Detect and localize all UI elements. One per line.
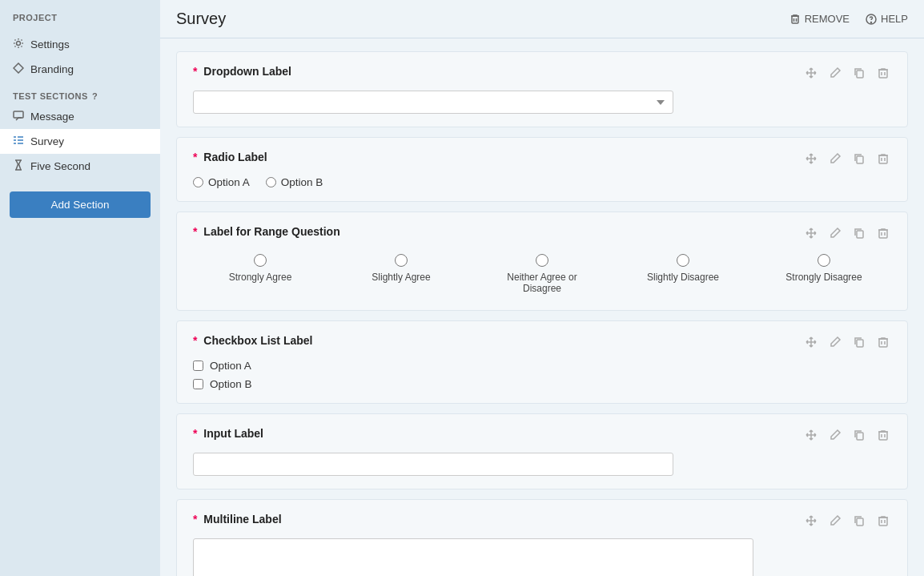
main-header: Survey REMOVE HELP — [160, 0, 924, 38]
question-checkbox-label: * Checkbox List Label — [193, 334, 313, 347]
sidebar-survey-label: Survey — [30, 135, 64, 147]
question-dropdown: * Dropdown Label — [176, 51, 908, 127]
move-button-radio[interactable] — [803, 151, 819, 167]
diamond-icon — [13, 62, 24, 76]
main-content: Survey REMOVE HELP * Dr — [160, 0, 924, 576]
svg-rect-18 — [857, 156, 863, 163]
question-dropdown-header: * Dropdown Label — [193, 65, 891, 81]
sidebar-settings-label: Settings — [30, 38, 70, 50]
test-sections-label: TEST SECTIONS — [13, 91, 88, 101]
help-button[interactable]: HELP — [866, 13, 908, 25]
range-options: Strongly Agree Slightly Agree Neither Ag… — [193, 251, 891, 297]
svg-rect-14 — [857, 70, 863, 78]
textarea-field[interactable] — [193, 538, 753, 576]
svg-rect-35 — [879, 518, 887, 526]
question-checkbox: * Checkbox List Label — [176, 320, 908, 404]
edit-button-range[interactable] — [827, 225, 843, 241]
remove-button[interactable]: REMOVE — [789, 13, 850, 25]
duplicate-button-checkbox[interactable] — [851, 334, 867, 350]
trash-icon — [789, 14, 801, 25]
question-multiline-header: * Multiline Label — [193, 513, 891, 529]
move-button-range[interactable] — [803, 225, 819, 241]
edit-button-input[interactable] — [827, 427, 843, 443]
sidebar-item-survey[interactable]: Survey — [0, 129, 160, 154]
radio-option-a[interactable]: Option A — [193, 176, 250, 188]
svg-rect-26 — [857, 340, 863, 347]
help-label: HELP — [881, 13, 908, 25]
range-label-slightly-disagree: Slightly Disagree — [647, 272, 719, 283]
radio-input-a[interactable] — [193, 177, 203, 187]
question-checkbox-actions — [803, 334, 891, 350]
svg-rect-15 — [879, 70, 887, 78]
delete-button-radio[interactable] — [875, 151, 891, 167]
range-option-strongly-disagree: Strongly Disagree — [772, 254, 876, 294]
svg-rect-30 — [857, 433, 863, 440]
question-range-actions — [803, 225, 891, 241]
info-icon[interactable]: ? — [92, 91, 98, 101]
question-radio-actions — [803, 151, 891, 167]
duplicate-button-input[interactable] — [851, 427, 867, 443]
range-radio-strongly-agree[interactable] — [254, 254, 267, 267]
sidebar-item-message[interactable]: Message — [0, 104, 160, 129]
checkbox-input-b[interactable] — [193, 379, 203, 389]
range-radio-strongly-disagree[interactable] — [818, 254, 830, 267]
radio-label-b: Option B — [281, 176, 323, 188]
header-actions: REMOVE HELP — [789, 13, 908, 25]
checkbox-option-a[interactable]: Option A — [193, 360, 891, 372]
radio-label-a: Option A — [208, 176, 250, 188]
message-icon — [13, 110, 24, 123]
required-marker-input: * — [193, 427, 197, 440]
delete-button-range[interactable] — [875, 225, 891, 241]
edit-button-dropdown[interactable] — [827, 65, 843, 81]
move-button-dropdown[interactable] — [803, 65, 819, 81]
sidebar-message-label: Message — [30, 111, 74, 123]
question-multiline-actions — [803, 513, 891, 529]
page-title: Survey — [176, 10, 226, 28]
range-radio-slightly-agree[interactable] — [395, 254, 408, 267]
range-radio-neither[interactable] — [536, 254, 548, 267]
question-multiline: * Multiline Label — [176, 499, 908, 576]
add-section-button[interactable]: Add Section — [10, 191, 151, 218]
edit-button-multiline[interactable] — [827, 513, 843, 529]
duplicate-button-multiline[interactable] — [851, 513, 867, 529]
delete-button-multiline[interactable] — [875, 513, 891, 529]
move-button-input[interactable] — [803, 427, 819, 443]
checkbox-input-a[interactable] — [193, 361, 203, 371]
move-button-checkbox[interactable] — [803, 334, 819, 350]
svg-marker-1 — [14, 63, 23, 73]
sidebar-item-five-second[interactable]: Five Second — [0, 154, 160, 179]
radio-option-b[interactable]: Option B — [266, 176, 323, 188]
radio-input-b[interactable] — [266, 177, 276, 187]
gear-icon — [13, 38, 24, 51]
delete-button-dropdown[interactable] — [875, 65, 891, 81]
hourglass-icon — [13, 159, 24, 173]
edit-button-checkbox[interactable] — [827, 334, 843, 350]
delete-button-input[interactable] — [875, 427, 891, 443]
required-marker-checkbox: * — [193, 334, 197, 347]
question-input-header: * Input Label — [193, 427, 891, 443]
question-radio-label: * Radio Label — [193, 151, 267, 163]
checkbox-option-b[interactable]: Option B — [193, 378, 891, 390]
question-input-actions — [803, 427, 891, 443]
svg-point-13 — [871, 22, 872, 22]
question-multiline-label: * Multiline Label — [193, 513, 282, 526]
duplicate-button-dropdown[interactable] — [851, 65, 867, 81]
edit-button-radio[interactable] — [827, 151, 843, 167]
help-icon — [866, 14, 877, 25]
question-radio-header: * Radio Label — [193, 151, 891, 167]
delete-button-checkbox[interactable] — [875, 334, 891, 350]
range-label-strongly-agree: Strongly Agree — [229, 272, 292, 283]
dropdown-select[interactable]: Option A Option B — [193, 91, 673, 114]
move-button-multiline[interactable] — [803, 513, 819, 529]
text-input-field[interactable] — [193, 453, 673, 476]
required-marker-multiline: * — [193, 513, 197, 526]
duplicate-button-range[interactable] — [851, 225, 867, 241]
svg-rect-22 — [857, 231, 863, 238]
sidebar-item-branding[interactable]: Branding — [0, 57, 160, 82]
required-marker: * — [193, 65, 197, 78]
svg-rect-19 — [879, 155, 887, 163]
svg-rect-27 — [879, 339, 887, 347]
duplicate-button-radio[interactable] — [851, 151, 867, 167]
sidebar-item-settings[interactable]: Settings — [0, 32, 160, 57]
range-radio-slightly-disagree[interactable] — [677, 254, 689, 267]
